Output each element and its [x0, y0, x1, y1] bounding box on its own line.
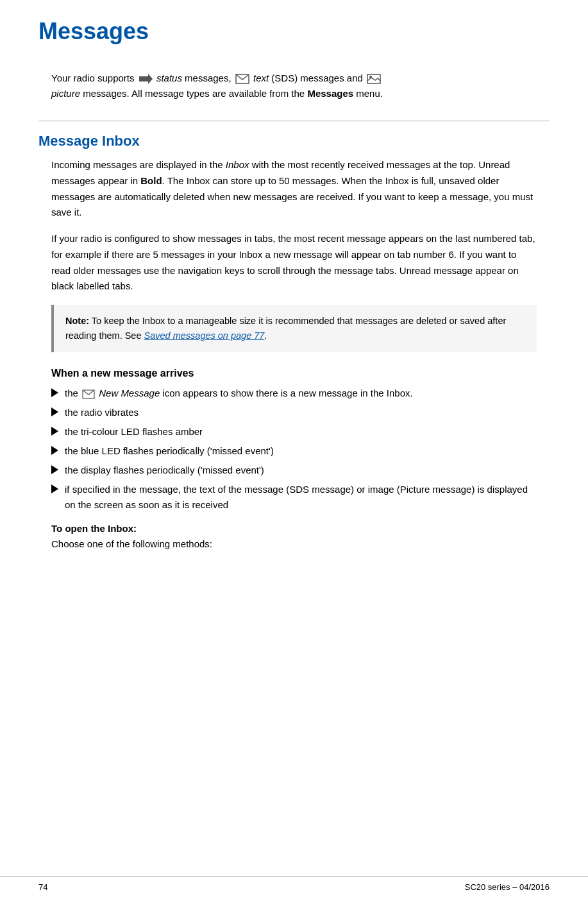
status-icon: [139, 74, 153, 84]
svg-point-4: [369, 76, 372, 78]
new-message-label: New Message: [99, 388, 160, 398]
bullet-text-4: the blue LED flashes periodically ('miss…: [65, 443, 537, 459]
footer-page-number: 74: [38, 882, 47, 892]
footer-series: SC20 series – 04/2016: [465, 882, 550, 892]
to-open-text: Choose one of the following methods:: [51, 536, 537, 552]
bullet-text-3: the tri-colour LED flashes amber: [65, 424, 537, 440]
page-header: Messages: [0, 0, 588, 45]
page-footer: 74 SC20 series – 04/2016: [0, 876, 588, 897]
intro-text-final: menu.: [356, 88, 383, 99]
bullet-text-1: the New Message icon appears to show the…: [65, 386, 537, 401]
inbox-paragraph-1: Incoming messages are displayed in the I…: [51, 157, 537, 221]
list-item: the blue LED flashes periodically ('miss…: [51, 443, 537, 459]
picture-icon: [367, 74, 381, 84]
message-inbox-content: Incoming messages are displayed in the I…: [0, 157, 588, 552]
picture-label: picture: [51, 88, 80, 99]
status-label: status: [156, 73, 182, 83]
when-new-message-heading: When a new message arrives: [51, 368, 537, 379]
note-label: Note:: [65, 316, 89, 326]
messages-bold: Messages: [307, 88, 353, 99]
inbox-italic: Inbox: [226, 159, 249, 170]
list-item: the tri-colour LED flashes amber: [51, 424, 537, 440]
note-link[interactable]: Saved messages on page 77: [144, 330, 265, 341]
note-text1: To keep the Inbox to a manageable size i…: [65, 316, 506, 341]
page-title: Messages: [38, 18, 550, 45]
bullet-arrow-icon: [51, 427, 58, 436]
list-item: the New Message icon appears to show the…: [51, 386, 537, 401]
intro-text-before: Your radio supports: [51, 73, 135, 83]
list-item: the display flashes periodically ('misse…: [51, 463, 537, 478]
inbox-paragraph-2: If your radio is configured to show mess…: [51, 231, 537, 295]
bullet-arrow-icon: [51, 446, 58, 455]
envelope-icon: [235, 74, 249, 84]
bullet-arrow-icon: [51, 484, 58, 493]
svg-rect-0: [139, 76, 148, 81]
list-item: the radio vibrates: [51, 405, 537, 420]
bullet-list: the New Message icon appears to show the…: [51, 386, 537, 513]
new-message-icon: [82, 389, 95, 399]
note-box: Note: To keep the Inbox to a manageable …: [51, 305, 537, 352]
message-inbox-heading: Message Inbox: [0, 121, 588, 157]
text-label: text: [253, 73, 269, 83]
intro-text-end: messages. All message types are availabl…: [83, 88, 305, 99]
page-container: Messages Your radio supports status mess…: [0, 0, 588, 897]
intro-text-middle1: messages,: [185, 73, 231, 83]
bullet-text-6: if specified in the message, the text of…: [65, 482, 537, 513]
bullet-arrow-icon: [51, 407, 58, 416]
note-text2: .: [264, 330, 267, 341]
bullet-arrow-icon: [51, 388, 58, 397]
bullet-arrow-icon: [51, 465, 58, 474]
svg-marker-1: [148, 74, 153, 84]
intro-section: Your radio supports status messages, tex…: [0, 64, 588, 121]
intro-text-middle2: (SDS) messages and: [271, 73, 363, 83]
intro-paragraph: Your radio supports status messages, tex…: [51, 71, 537, 101]
bold-label: Bold: [140, 175, 162, 186]
bullet-text-5: the display flashes periodically ('misse…: [65, 463, 537, 478]
bullet-text-2: the radio vibrates: [65, 405, 537, 420]
list-item: if specified in the message, the text of…: [51, 482, 537, 513]
to-open-heading: To open the Inbox:: [51, 523, 537, 534]
